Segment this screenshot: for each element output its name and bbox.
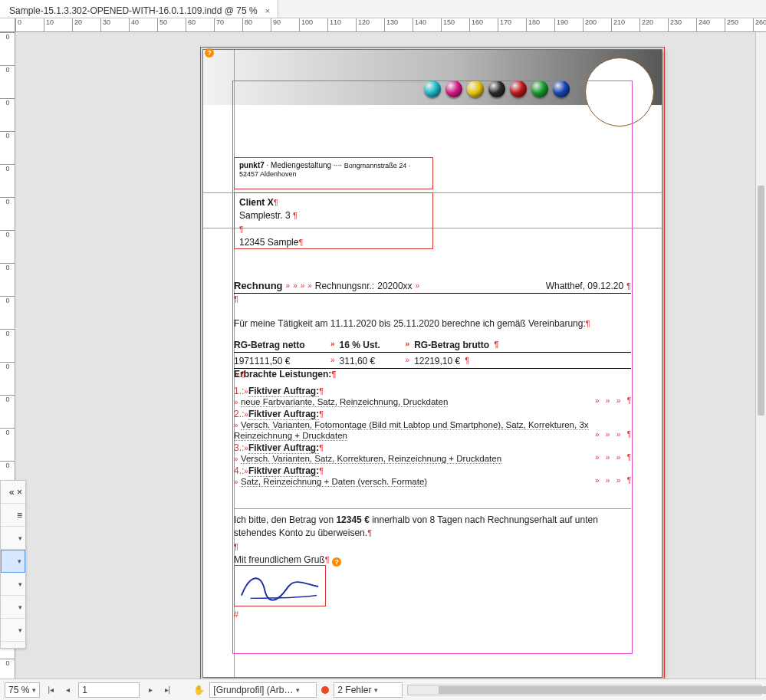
service-item[interactable]: 3.:»Fiktiver Auftrag:¶» Versch. Variante… (234, 442, 631, 464)
last-page-button[interactable]: ▸| (161, 684, 173, 696)
chevron-down-icon: ▾ (32, 686, 36, 694)
hand-tool-icon[interactable]: ✋ (193, 685, 205, 695)
panel-row[interactable]: ▾ (1, 527, 25, 550)
ruler-tick: 100 (299, 18, 313, 32)
document-tab[interactable]: Sample-15.1.3.302-OPENED-WITH-16.0.1.109… (0, 0, 278, 18)
ruler-tick: 0 (0, 329, 15, 337)
chevron-down-icon: ▾ (18, 557, 21, 565)
document-canvas[interactable]: ? punkt7 · Mediengestaltung ···· Bongman… (15, 32, 755, 679)
service-item[interactable]: 2.:»Fiktiver Auftrag:¶» Versch. Variante… (234, 409, 631, 441)
panel-row[interactable]: ▾ (1, 619, 25, 642)
zoom-combo[interactable]: 75 % ▾ (5, 682, 40, 698)
ruler-tick: 0 (0, 32, 15, 41)
ruler-tick: 0 (15, 18, 21, 32)
ruler-tick: 0 (0, 98, 15, 107)
styles-panel[interactable]: « × ≡ ▾ ▾ ▾ ▾ ▾ (0, 480, 26, 649)
invoice-label: Rechnung (234, 280, 283, 291)
service-item[interactable]: 1.:»Fiktiver Auftrag:¶» neue Farbvariant… (234, 386, 631, 407)
first-page-button[interactable]: |◂ (44, 684, 57, 696)
ruler-tick: 220 (639, 18, 653, 32)
header-blob-icon (445, 81, 462, 97)
invoice-header[interactable]: Rechnung »»»» Rechnungsnr.: 20200xx » Wh… (234, 280, 631, 380)
ruler-horizontal[interactable]: 0102030405060708090100110120130140150160… (15, 18, 766, 32)
preflight-errors: 2 Fehler (337, 685, 371, 695)
payment-text-a: Ich bitte, den Betrag von (234, 514, 336, 525)
client-text-frame[interactable]: Client X¶ Samplestr. 3 ¶ ¶ 12345 Sample¶ (234, 192, 433, 249)
invoice-period: Für meine Tätigkeit am 11.11.2020 bis 25… (234, 318, 586, 329)
chevron-down-icon: ▾ (18, 580, 22, 588)
ruler-tick: 30 (100, 18, 110, 32)
header-blob-icon (553, 81, 570, 97)
page-artboard[interactable]: ? punkt7 · Mediengestaltung ···· Bongman… (202, 49, 662, 678)
ruler-tick: 230 (668, 18, 682, 32)
panel-row[interactable]: ≡ (1, 504, 25, 527)
scrollbar-horizontal[interactable] (407, 685, 761, 695)
ruler-tick: 0 (0, 296, 15, 304)
ruler-origin[interactable] (0, 18, 15, 32)
page-field[interactable]: 1 (78, 682, 140, 698)
scrollbar-thumb[interactable] (439, 686, 766, 694)
ruler-tick: 190 (554, 18, 568, 32)
ruler-tick: 150 (441, 18, 455, 32)
client-street: Samplestr. 3 (239, 210, 291, 221)
sender-text-frame[interactable]: punkt7 · Mediengestaltung ···· Bongmanns… (234, 157, 433, 189)
panel-row[interactable]: ▾ (1, 573, 25, 596)
panel-row-selected[interactable]: ▾ (1, 550, 25, 573)
panel-row[interactable]: ▾ (1, 596, 25, 619)
val-vat: 311,60 € (340, 356, 401, 366)
col-gross: RG-Betrag brutto (414, 340, 489, 350)
page-header-band (203, 50, 662, 105)
ruler-tick: 80 (242, 18, 252, 32)
lines-icon: ≡ (17, 510, 22, 521)
preflight-error-icon[interactable] (321, 686, 329, 694)
sender-brand: punkt7 (239, 161, 265, 169)
preflight-profile-combo[interactable]: [Grundprofil] (Arb… ▾ (209, 682, 317, 698)
sender-suffix: · Mediengestaltung (265, 161, 331, 169)
ruler-tick: 200 (583, 18, 597, 32)
close-icon[interactable]: × (265, 6, 270, 15)
panel-grip[interactable]: « × (1, 481, 25, 504)
invoice-nr-label: Rechnungsnr.: (315, 281, 374, 291)
signature-frame[interactable] (234, 565, 326, 606)
client-city: 12345 Sample (239, 237, 298, 248)
services-title: Erbrachte Leistungen: (234, 369, 331, 380)
ruler-tick: 210 (611, 18, 625, 32)
ruler-tick: 0 (0, 659, 15, 667)
ruler-tick: 180 (526, 18, 540, 32)
ruler-tick: 90 (271, 18, 281, 32)
document-tab-title: Sample-15.1.3.302-OPENED-WITH-16.0.1.109… (9, 5, 258, 16)
preflight-errors-combo[interactable]: 2 Fehler ▾ (334, 682, 403, 698)
payment-amount: 12345 € (336, 514, 369, 525)
ruler-tick: 170 (498, 18, 511, 32)
next-page-button[interactable]: ▸ (144, 684, 156, 696)
chevron-down-icon: ▾ (18, 534, 22, 542)
services-block[interactable]: Erbrachte Leistungen:¶ 1.:»Fiktiver Auft… (234, 369, 631, 488)
col-net: RG-Betrag netto (234, 340, 326, 350)
ruler-tick: 140 (413, 18, 426, 32)
chevron-down-icon: ▾ (18, 626, 22, 634)
page-number: 1 (82, 685, 87, 695)
ruler-tick: 260 (753, 18, 766, 32)
ruler-tick: 50 (157, 18, 167, 32)
scrollbar-vertical[interactable] (755, 32, 766, 679)
prev-page-button[interactable]: ◂ (61, 684, 74, 696)
zoom-value: 75 % (8, 685, 29, 695)
status-bar: 75 % ▾ |◂ ◂ 1 ▸ ▸| ✋ [Grundprofil] (Arb…… (0, 679, 766, 700)
header-blob-icon (488, 81, 505, 97)
ruler-tick: 0 (0, 395, 15, 403)
ruler-tick: 0 (0, 461, 15, 469)
ruler-tick: 160 (469, 18, 483, 32)
ruler-tick: 0 (0, 164, 15, 173)
ruler-tick: 60 (186, 18, 196, 32)
payment-text-frame[interactable]: Ich bitte, den Betrag von 12345 € innerh… (234, 508, 631, 567)
val-gross: 12219,10 € (414, 356, 460, 366)
ruler-tick: 10 (44, 18, 54, 32)
preflight-warning-icon[interactable]: ? (332, 557, 341, 567)
ruler-tick: 120 (356, 18, 370, 32)
service-item[interactable]: 4.:»Fiktiver Auftrag:¶» Satz, Reinzeichn… (234, 465, 631, 487)
preflight-warning-icon[interactable]: ? (205, 48, 214, 58)
scrollbar-thumb[interactable] (758, 186, 764, 416)
header-blob-icon (531, 81, 548, 97)
val-net: 1971111,50 € (234, 356, 326, 366)
header-blob-icon (424, 81, 441, 97)
